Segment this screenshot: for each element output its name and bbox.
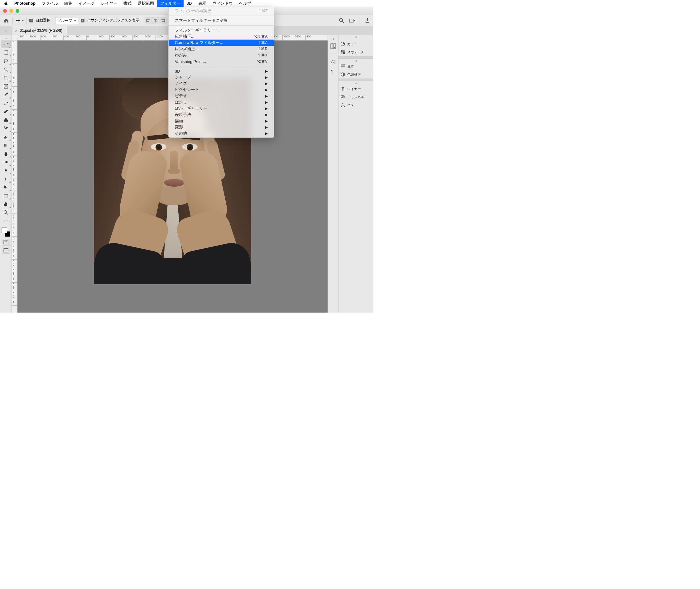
panels-handle[interactable]: ‹‹ <box>338 35 373 40</box>
history-brush-tool[interactable] <box>1 124 11 133</box>
panel-paths[interactable]: パス <box>338 101 373 109</box>
menubar-item-3[interactable]: レイヤー <box>98 0 120 7</box>
menubar-item-7[interactable]: 3D <box>184 0 195 7</box>
color-swatches[interactable] <box>1 227 11 237</box>
ruler-vertical[interactable]: 0200020040060080010001200140016001800200… <box>12 40 17 313</box>
quick-mask-button[interactable] <box>2 239 10 245</box>
menu-item[interactable]: フィルターギャラリー... <box>169 27 274 33</box>
panel-properties[interactable]: 属性 <box>338 62 373 70</box>
app-name[interactable]: Photoshop <box>11 1 39 6</box>
svg-point-34 <box>5 220 6 221</box>
move-tool[interactable] <box>1 40 11 48</box>
menu-item[interactable]: レンズ補正...⇧⌘R <box>169 46 274 52</box>
type-tool[interactable]: T <box>1 175 11 183</box>
path-selection-tool[interactable] <box>1 183 11 191</box>
search-button[interactable] <box>338 17 345 24</box>
screen-mode-button[interactable] <box>2 247 10 254</box>
share-button[interactable] <box>364 17 371 24</box>
menu-item[interactable]: 変形▶ <box>169 124 274 130</box>
quick-selection-tool[interactable] <box>1 65 11 73</box>
menubar-item-0[interactable]: ファイル <box>39 0 61 7</box>
menu-item[interactable]: 広角補正...⌥⇧⌘A <box>169 33 274 40</box>
lasso-tool[interactable] <box>1 57 11 65</box>
svg-point-25 <box>4 126 5 128</box>
menubar-item-4[interactable]: 書式 <box>120 0 135 7</box>
svg-point-27 <box>5 161 7 163</box>
menu-item[interactable]: 表現手法▶ <box>169 112 274 118</box>
icon-panel-character[interactable]: A| <box>329 58 337 65</box>
menu-item[interactable]: ピクセレート▶ <box>169 86 274 93</box>
icon-panel-1[interactable] <box>329 42 337 50</box>
move-tool-indicator[interactable] <box>15 18 24 23</box>
menu-smart-filter[interactable]: スマートフィルター用に変換 <box>169 17 274 24</box>
ruler-origin[interactable] <box>12 35 17 40</box>
menu-item[interactable]: ビデオ▶ <box>169 93 274 99</box>
menubar-item-6[interactable]: フィルター <box>157 0 184 7</box>
svg-point-43 <box>334 47 335 48</box>
bounding-box-checkbox[interactable] <box>81 19 84 22</box>
marquee-tool[interactable] <box>1 48 11 57</box>
menu-item[interactable]: Vanishing Point...⌥⌘V <box>169 58 274 64</box>
svg-rect-3 <box>155 19 156 22</box>
menubar-item-8[interactable]: 表示 <box>195 0 209 7</box>
clone-stamp-tool[interactable] <box>1 116 11 124</box>
menu-item[interactable]: ぼかし▶ <box>169 99 274 105</box>
svg-point-31 <box>4 210 7 213</box>
healing-brush-tool[interactable] <box>1 99 11 107</box>
menubar-item-2[interactable]: イメージ <box>75 0 98 7</box>
edit-toolbar-button[interactable] <box>1 217 11 225</box>
tab-close-icon[interactable]: × <box>15 28 17 33</box>
menubar-item-9[interactable]: ウィンドウ <box>209 0 236 7</box>
svg-rect-53 <box>341 68 345 68</box>
menubar-item-1[interactable]: 編集 <box>61 0 75 7</box>
eyedropper-tool[interactable] <box>1 90 11 99</box>
menu-item[interactable]: ゆがみ...⇧⌘X <box>169 52 274 58</box>
svg-text:¶: ¶ <box>331 69 334 74</box>
blur-tool[interactable] <box>1 149 11 158</box>
zoom-tool[interactable] <box>1 208 11 217</box>
document-tab[interactable]: × 01.psd @ 33.3% (RGB/8) <box>12 26 67 35</box>
svg-rect-59 <box>344 106 345 107</box>
svg-point-15 <box>340 18 343 21</box>
hand-tool[interactable] <box>1 200 11 208</box>
menu-item[interactable]: 描画▶ <box>169 118 274 124</box>
panel-channels[interactable]: チャンネル <box>338 93 373 101</box>
auto-select-checkbox[interactable] <box>29 19 33 22</box>
align-right-button[interactable] <box>160 17 166 24</box>
view-options-button[interactable] <box>349 17 355 24</box>
menu-item[interactable]: 3D▶ <box>169 68 274 74</box>
svg-rect-8 <box>162 21 164 22</box>
menubar-item-10[interactable]: ヘルプ <box>236 0 254 7</box>
menu-item[interactable]: ぼかしギャラリー▶ <box>169 105 274 112</box>
gradient-tool[interactable] <box>1 141 11 149</box>
svg-rect-0 <box>146 19 147 22</box>
menu-item[interactable]: Camera Raw フィルター...⇧⌘A <box>169 40 274 46</box>
menubar-item-5[interactable]: 選択範囲 <box>135 0 157 7</box>
menu-item[interactable]: ノイズ▶ <box>169 80 274 86</box>
panel-adjustments[interactable]: 色調補正 <box>338 70 373 78</box>
toolbox-handle[interactable]: ›› <box>5 36 7 40</box>
svg-rect-7 <box>161 19 164 20</box>
tab-handle[interactable]: ›› <box>0 26 12 35</box>
home-button[interactable] <box>2 17 10 24</box>
dodge-tool[interactable] <box>1 158 11 166</box>
frame-tool[interactable] <box>1 82 11 90</box>
align-buttons <box>145 17 166 24</box>
layer-select-dropdown[interactable]: グループ <box>55 17 78 24</box>
align-left-button[interactable] <box>145 17 152 24</box>
panel-dock-handle[interactable]: ‹‹ <box>333 37 334 40</box>
svg-rect-36 <box>4 240 8 244</box>
panel-layers[interactable]: レイヤー <box>338 85 373 93</box>
panel-swatches[interactable]: スウォッチ <box>338 48 373 56</box>
menu-item[interactable]: その他▶ <box>169 130 274 137</box>
crop-tool[interactable] <box>1 73 11 82</box>
align-center-h-button[interactable] <box>152 17 159 24</box>
rectangle-tool[interactable] <box>1 191 11 200</box>
icon-panel-paragraph[interactable]: ¶ <box>329 68 337 75</box>
brush-tool[interactable] <box>1 107 11 116</box>
panel-color[interactable]: カラー <box>338 40 373 48</box>
apple-logo-icon[interactable] <box>4 1 8 6</box>
menu-item[interactable]: シャープ▶ <box>169 74 274 80</box>
eraser-tool[interactable] <box>1 133 11 141</box>
pen-tool[interactable] <box>1 166 11 175</box>
